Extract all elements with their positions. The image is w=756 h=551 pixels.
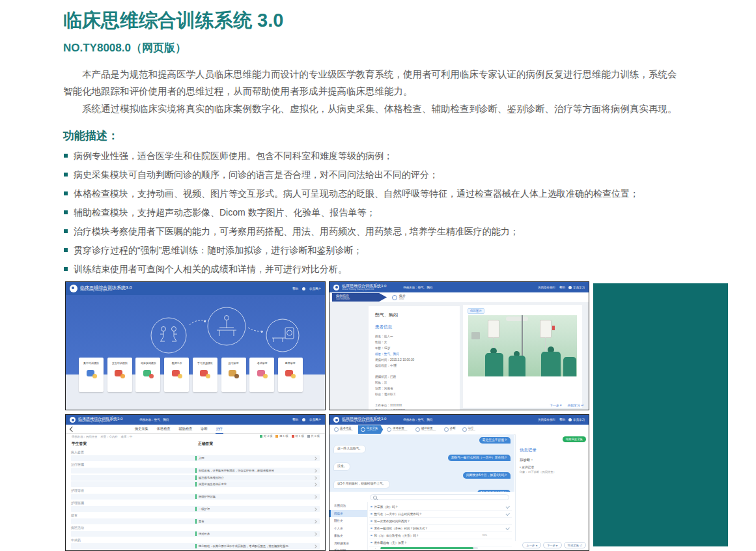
header-link[interactable]: 关闭操作指引 <box>538 418 555 421</box>
answer-row[interactable]: 输注极化液维持治疗 <box>71 475 320 481</box>
app-logo-icon <box>70 285 77 292</box>
bullet-square-icon <box>64 191 68 195</box>
user-menu[interactable]: 学员学习 <box>573 286 585 289</box>
page-title: 临床思维综合训练系统 3.0 <box>63 8 680 34</box>
legend-swatch-icon <box>275 435 278 438</box>
workflow-step[interactable]: 体格检查 Physical Examination <box>384 425 412 434</box>
question-row[interactable]: 伴晕厥（次）吗？ <box>369 503 512 511</box>
workflow-step[interactable]: 患者信息 Patient Information <box>331 425 357 434</box>
module-card[interactable]: 集中培训模拟 <box>79 358 104 392</box>
question-row[interactable]: 第一次发作的时间和诱因？ <box>369 518 512 525</box>
correct-answer-text: 入院 <box>195 456 204 460</box>
review-tab[interactable]: 诊断 <box>200 425 208 433</box>
legend-label: 错 1 项 <box>295 434 304 438</box>
answer-category-label: 病区活动 <box>71 526 320 530</box>
answer-row[interactable]: 入院 <box>71 455 320 461</box>
patient-info-link[interactable]: 患者信息 <box>375 324 453 330</box>
finish-history-button[interactable]: 结束病史采集 <box>563 436 586 442</box>
step-label-en: History Taking <box>367 431 377 432</box>
module-card-icon <box>171 369 182 378</box>
question-text: 第一次发作的时间和诱因？ <box>374 520 410 523</box>
next-step-link[interactable]: 下一步 ▾ <box>550 403 561 407</box>
question-category[interactable]: 既往史 <box>329 517 367 525</box>
question-row[interactable]: 发作一般持续（多长）时间？好转方式？ <box>369 525 512 532</box>
bullet-square-icon <box>64 210 68 214</box>
chevron-right-icon <box>313 457 317 460</box>
answer-row[interactable]: 禁食 <box>71 518 320 524</box>
help-link[interactable]: 帮助 <box>292 418 298 421</box>
user-menu[interactable]: 学员用户 <box>309 418 321 421</box>
photo-tab[interactable]: 病历图片 <box>468 308 484 314</box>
user-avatar-icon <box>302 287 305 290</box>
module-card-row: 集中培训模拟 交互培训模拟 临床实战模拟 <box>79 358 303 392</box>
score-legend: 对 4 项 漏 1 项 错 1 项 共 6 项 <box>260 434 320 438</box>
review-tab[interactable]: 体格检查 <box>156 425 171 433</box>
review-tab[interactable]: 治疗 <box>216 425 223 434</box>
question-bullet-icon <box>371 528 372 530</box>
user-avatar-icon <box>302 418 305 421</box>
help-link[interactable]: 帮助 <box>292 287 298 290</box>
chat-bubble: 间断发作5个月，加重4天吗？ <box>463 472 511 479</box>
correct-answer-text: 持续吸氧，计量输液控制滴速，结合监护补液，酌情调整补液 <box>195 468 274 473</box>
workflow-step[interactable]: 病史采集 History Taking <box>358 425 384 434</box>
answer-group: 病区活动 绝对卧床 <box>71 526 320 537</box>
back-chevron-icon[interactable] <box>70 427 75 432</box>
answer-row[interactable]: 稳心颗粒：改善心悸不适的中成药制剂，考虑配伍禁忌，遵医嘱按时服用。 <box>71 543 320 549</box>
module-card[interactable]: 临床实战模拟 <box>135 358 160 392</box>
answer-rows: 稳心颗粒：改善心悸不适的中成药制剂，考虑配伍禁忌，遵医嘱按时服用。 麝香保心丸，… <box>71 543 320 551</box>
patient-field: 籍贯：河南省 <box>375 386 453 392</box>
correct-answer-text: 特级护理医嘱 <box>195 494 216 499</box>
question-category[interactable]: 系统回顾 <box>329 547 367 550</box>
surgeon-figure <box>509 356 525 376</box>
answer-category-label: 中成药 <box>71 538 320 542</box>
bullet-square-icon <box>64 267 68 271</box>
module-card[interactable]: 教师工作 <box>164 358 189 392</box>
correct-answer-text: 床旁监测生命体征变化 <box>195 482 227 487</box>
workflow-step[interactable]: 辅助检查 Auxiliary Examination <box>413 425 440 434</box>
question-category[interactable]: 现病史 <box>329 510 367 518</box>
question-picker-area: 常用问法现病史既往史个人史家族史月经婚育史系统回顾其他问题 伴晕厥（次）吗？ 憋… <box>329 492 514 550</box>
module-card-icon <box>257 369 268 378</box>
patient-field: 工作单位：XXXXXX <box>375 403 453 409</box>
footer-button[interactable]: 完成采集 ⏎ <box>564 542 586 548</box>
start-study-link[interactable]: 开始学习 ⏎ <box>567 403 583 407</box>
screenshot-history-taking: 临床思维综合训练系统3.0 Clinical Thinking Training… <box>329 414 589 551</box>
answer-row[interactable]: 床旁监测生命体征变化 <box>71 481 320 487</box>
record-item[interactable]: 主诉记录 <box>520 465 585 469</box>
legend-label: 共 6 项 <box>311 434 320 438</box>
app-title-en: Clinical Thinking Training System 3.0 <box>342 421 386 423</box>
step-case-information[interactable]: 病例信息 Case Information <box>332 293 387 302</box>
question-row[interactable]: 憋气在（一天中）什么时间发作吗？ <box>369 511 512 518</box>
question-category[interactable]: 常用问法 <box>329 502 367 510</box>
answer-row[interactable]: 一级护理 <box>71 506 320 512</box>
module-card[interactable]: 交互培训模拟 <box>107 358 132 392</box>
header-link[interactable]: 关闭操作指引 <box>538 286 555 289</box>
answer-row[interactable]: 特级护理医嘱 <box>71 494 320 500</box>
question-category[interactable]: 家族史 <box>329 532 367 540</box>
answer-row[interactable]: 持续吸氧，计量输液控制滴速，结合监护补液，酌情调整补液 <box>71 468 320 473</box>
workflow-step[interactable]: 治疗 Treatment <box>460 425 479 434</box>
answer-row[interactable]: 绝对卧床 <box>71 531 320 537</box>
module-card[interactable]: 题库管理 <box>278 358 303 392</box>
module-card[interactable]: 考试管理 <box>249 358 274 392</box>
workflow-step[interactable]: 诊断 DX <box>441 425 458 434</box>
footer-button[interactable]: 下一步 ▸ <box>543 542 562 548</box>
header-link[interactable]: 帮助 <box>559 418 565 421</box>
question-category[interactable]: 月经婚育史 <box>329 540 367 548</box>
module-card[interactable]: 学习资源模块 <box>193 358 217 392</box>
footer-button[interactable]: 上一步 ◂ <box>522 542 541 548</box>
question-category[interactable]: 个人史 <box>329 525 367 533</box>
iv-bag <box>540 320 552 338</box>
review-tab[interactable]: 病史采集 <box>134 425 149 433</box>
user-menu[interactable]: 学员用户 <box>309 287 321 290</box>
user-menu[interactable]: 学员学习 <box>573 418 585 421</box>
module-card-label: 临床实战模拟 <box>141 361 156 365</box>
legend-item: 漏 1 项 <box>275 434 288 438</box>
header-link[interactable]: 帮助 <box>559 286 565 289</box>
chat-bubble: 没准。 <box>333 462 350 470</box>
feature-text: 辅助检查模块，支持超声动态影像、Dicom 数字图片、化验单、报告单等； <box>74 207 376 218</box>
module-card[interactable]: 练习管理 <box>221 358 246 392</box>
step-detail[interactable]: 病介 Detail <box>392 294 406 300</box>
question-search-input[interactable] <box>370 494 509 500</box>
review-tab[interactable]: 辅助检查 <box>178 425 193 433</box>
